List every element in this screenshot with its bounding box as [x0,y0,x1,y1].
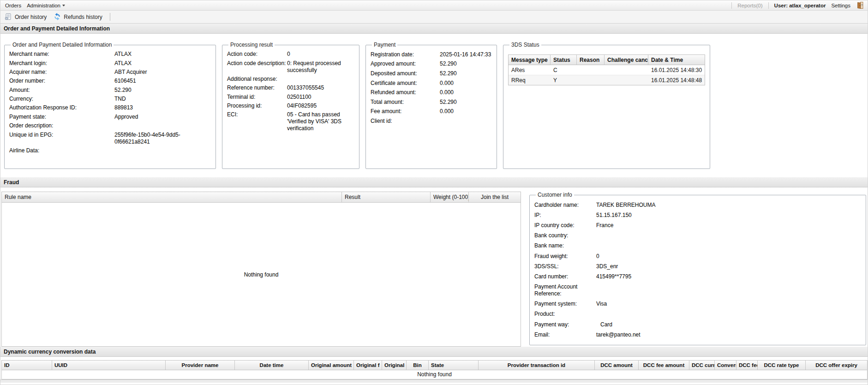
field-value: Visa [596,301,861,307]
field-value: 0.000 [440,89,492,96]
fraud-table-body: Nothing found [1,203,521,347]
field-row: Amount:52.290 [9,86,211,95]
field-row: Processing id:04IF082595 [227,102,354,110]
field-label: Unique id in EPG: [9,132,114,145]
column-header[interactable]: Join the list [468,192,521,202]
table-row[interactable]: ARes C 16.01.2025 14:48:30 [509,65,705,75]
table-row[interactable]: RReq Y 16.01.2025 14:48:48 [509,75,705,85]
column-header[interactable]: Weight (0-100) [430,192,468,202]
field-row: Deposited amount:52.290 [371,69,492,78]
order-info-panel: Order and Payment Detailed Information M… [4,42,216,169]
field-value: 52.290 [440,70,492,77]
menu-item-administration[interactable]: Administration [24,3,68,8]
field-label: Order description: [9,122,114,129]
column-header[interactable]: DCC fee [736,361,757,370]
field-label: Bank country: [534,232,596,239]
field-row: Order description: [9,121,211,130]
column-header[interactable]: Original f [353,361,382,370]
column-header[interactable]: Conversi [714,361,736,370]
field-value: 0.000 [440,108,492,115]
field-value [596,232,861,239]
field-label: Additional response: [227,76,287,83]
field-row: Refunded amount:0.000 [371,88,492,97]
field-value: 51.15.167.150 [596,212,861,219]
field-label: Payment state: [9,114,114,120]
field-value: 0.000 [440,80,492,87]
column-header[interactable]: Provider transaction id [478,361,594,370]
column-header[interactable]: Original amount [308,361,353,370]
dcc-table: ID UUID Provider name Date time Original… [1,360,868,379]
column-header[interactable]: Date time [234,361,308,370]
field-row: Certificate amount:0.000 [371,78,492,88]
empty-state-text: Nothing found [417,371,452,378]
field-value: 889813 [114,104,211,111]
column-header[interactable]: Challenge cancel [605,55,648,65]
column-header[interactable]: UUID [52,361,165,370]
order-history-button[interactable]: Order history [3,12,49,22]
column-header[interactable]: Reason [577,55,605,65]
field-row: Fee amount:0.000 [371,107,492,117]
field-row: Payment system:Visa [534,299,861,309]
processing-result-panel: Processing result Action code:0 Action c… [222,42,359,169]
field-row: Merchant name:ATLAX [9,50,211,59]
field-label: Action code description: [227,60,287,74]
column-header[interactable]: Bin [406,361,428,370]
menu-item-settings[interactable]: Settings [831,3,850,8]
field-row: Terminal id:02501100 [227,93,354,102]
column-header[interactable]: DCC rate type [757,361,805,370]
cell-reason [577,65,605,75]
field-label: Amount: [9,87,114,94]
menu-item-reports[interactable]: Reports(0) [737,3,762,8]
logout-door-icon[interactable] [856,1,864,9]
cell-reason [577,75,605,85]
field-label: Payment system: [534,301,596,307]
column-header[interactable]: DCC curr [689,361,714,370]
field-row: Approved amount:52.290 [371,60,492,69]
current-user-label: User: atlax_operator [774,3,826,8]
field-value: 52.290 [440,60,492,67]
field-row: Bank country: [534,231,861,241]
field-label: Authorization Response ID: [9,104,114,111]
field-label: IP: [534,212,596,219]
field-label: Bank name: [534,242,596,249]
tds-table-header: Message type Status Reason Challenge can… [509,55,705,65]
column-header[interactable]: DCC amount [594,361,638,370]
field-value [114,147,211,154]
field-value: ATLAX [114,60,211,67]
field-row: 3DS/SSL:3DS_enr [534,261,861,271]
column-header[interactable]: Date & Time [648,55,705,65]
field-value: ATLAX [114,51,211,58]
field-value: 02501100 [287,94,354,101]
column-header[interactable]: DCC fee amount [638,361,689,370]
column-header[interactable]: Status [551,55,577,65]
field-value [287,76,354,83]
field-label: Email: [534,331,596,338]
field-row: Airline Data: [9,146,211,155]
field-row: Currency:TND [9,95,211,103]
field-value [596,242,861,249]
field-label: Total amount: [371,99,440,106]
refunds-history-icon [54,13,61,21]
processing-result-legend: Processing result [228,42,275,48]
column-header[interactable]: Message type [509,55,551,65]
field-label: Approved amount: [371,60,440,67]
field-value: 2025-01-16 14:47:33 [440,51,492,58]
field-label: Registration date: [371,51,440,58]
column-header[interactable]: DCC offer expiry [805,361,867,370]
column-header[interactable]: Provider name [165,361,234,370]
field-row: Total amount:52.290 [371,97,492,107]
column-header[interactable]: Result [341,192,430,202]
field-label: Airline Data: [9,147,114,154]
cell-message-type: ARes [509,65,551,75]
field-label: Fee amount: [371,108,440,115]
field-value: tarek@panteo.net [596,331,861,338]
column-header[interactable]: ID [2,361,52,370]
field-label: Processing id: [227,102,287,109]
column-header[interactable]: State [428,361,478,370]
refunds-history-button[interactable]: Refunds history [52,12,105,22]
menu-item-orders[interactable]: Orders [4,3,24,8]
field-value: 001337055545 [287,84,354,91]
column-header[interactable]: Rule name [2,192,341,202]
column-header[interactable]: Original c [382,361,406,370]
field-label: IP country code: [534,222,596,229]
